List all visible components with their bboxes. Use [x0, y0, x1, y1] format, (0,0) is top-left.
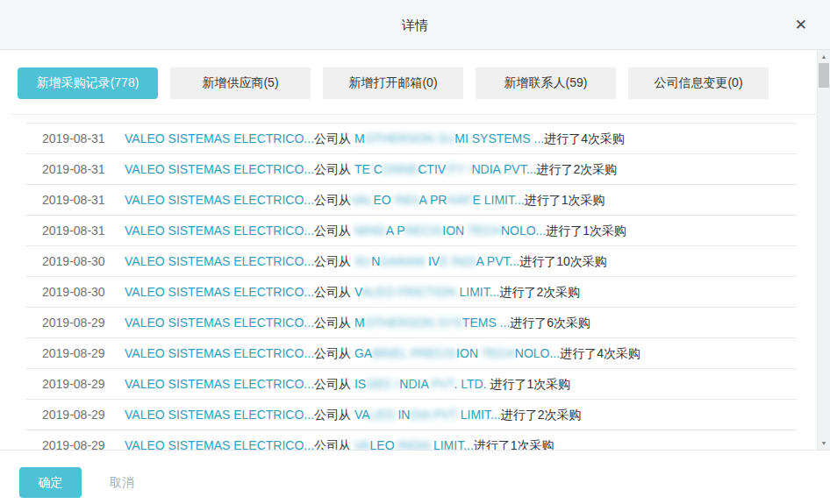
divider-line [11, 114, 816, 115]
table-row: 2019-08-29VALEO SISTEMAS ELECTRICO...公司从… [26, 400, 797, 430]
details-modal: 详情 ✕ 新增采购记录(778)新增供应商(5)新增打开邮箱(0)新增联系人(5… [0, 0, 830, 504]
scroll-up-icon[interactable]: ▲ [818, 50, 830, 63]
table-row: 2019-08-29VALEO SISTEMAS ELECTRICO...公司从… [26, 430, 797, 450]
supplier-link[interactable]: VALEO INDIA PVT LIMIT... [354, 408, 501, 422]
company-link[interactable]: VALEO SISTEMAS ELECTRICO... [125, 285, 314, 299]
records-table: 2019-08-31VALEO SISTEMAS ELECTRICO...公司从… [26, 123, 797, 450]
record-action-text: 进行了4次采购 [544, 131, 625, 146]
record-mid-text: 公司从 [314, 408, 354, 422]
record-action-text: 进行了10次采购 [519, 254, 607, 268]
table-row: 2019-08-31VALEO SISTEMAS ELECTRICO...公司从… [26, 216, 797, 246]
record-date: 2019-08-29 [26, 430, 125, 450]
close-icon[interactable]: ✕ [795, 18, 807, 32]
record-date: 2019-08-31 [26, 185, 125, 216]
table-row: 2019-08-29VALEO SISTEMAS ELECTRICO...公司从… [26, 338, 797, 369]
record-mid-text: 公司从 [314, 346, 354, 360]
supplier-link[interactable]: VALEO INDIA PRIVATE LIMIT... [351, 193, 525, 207]
scroll-down-icon[interactable]: ▼ [818, 437, 830, 450]
supplier-link[interactable]: MINDA PRECISION TECHNOLO... [354, 224, 546, 238]
record-mid-text: 公司从 [314, 131, 354, 146]
record-action-text: 进行了2次采购 [536, 162, 617, 176]
tab[interactable]: 新增供应商(5) [170, 67, 311, 99]
record-date: 2019-08-29 [26, 338, 125, 369]
company-link[interactable]: VALEO SISTEMAS ELECTRICO... [125, 377, 314, 391]
record-date: 2019-08-30 [26, 277, 125, 308]
company-link[interactable]: VALEO SISTEMAS ELECTRICO... [125, 408, 314, 422]
record-date: 2019-08-29 [26, 308, 125, 338]
record-action-text: 进行了4次采购 [560, 346, 640, 360]
record-date: 2019-08-29 [26, 400, 125, 430]
confirm-button[interactable]: 确定 [19, 467, 82, 498]
supplier-link[interactable]: SUNDARAM IVE INDIA PVT... [354, 254, 519, 268]
record-action-text: 进行了6次采购 [510, 316, 590, 330]
tab[interactable]: 公司信息变更(0) [628, 67, 769, 99]
table-row: 2019-08-30VALEO SISTEMAS ELECTRICO...公司从… [26, 246, 797, 277]
table-row: 2019-08-31VALEO SISTEMAS ELECTRICO...公司从… [26, 124, 797, 154]
modal-header: 详情 ✕ [0, 0, 830, 50]
supplier-link[interactable]: MOTHERSON SYSTEMS ... [354, 316, 510, 330]
table-row: 2019-08-29VALEO SISTEMAS ELECTRICO...公司从… [26, 308, 797, 338]
company-link[interactable]: VALEO SISTEMAS ELECTRICO... [125, 316, 314, 330]
cancel-button[interactable]: 取消 [110, 467, 134, 498]
company-link[interactable]: VALEO SISTEMAS ELECTRICO... [125, 193, 314, 207]
supplier-link[interactable]: VALEO INDIA LIMIT... [354, 438, 474, 450]
record-date: 2019-08-31 [26, 154, 125, 185]
record-action-text: 进行了2次采购 [501, 408, 582, 422]
scrollbar-thumb[interactable] [819, 63, 829, 88]
tab[interactable]: 新增打开邮箱(0) [323, 67, 463, 99]
record-action-text: 进行了1次采购 [525, 193, 605, 207]
record-action-text: 进行了1次采购 [490, 377, 571, 391]
tab[interactable]: 新增采购记录(778) [18, 67, 158, 99]
record-date: 2019-08-31 [26, 124, 125, 154]
record-date: 2019-08-31 [26, 216, 125, 246]
scrollbar[interactable]: ▲ ▼ [817, 50, 830, 450]
table-row: 2019-08-31VALEO SISTEMAS ELECTRICO...公司从… [26, 154, 797, 185]
record-date: 2019-08-29 [26, 369, 125, 400]
record-mid-text: 公司从 [314, 193, 351, 207]
record-mid-text: 公司从 [314, 224, 354, 238]
supplier-link[interactable]: VALEO FRICTION LIMIT... [354, 285, 499, 299]
tab-bar: 新增采购记录(778)新增供应商(5)新增打开邮箱(0)新增联系人(59)公司信… [18, 67, 769, 99]
record-mid-text: 公司从 [314, 377, 354, 391]
company-link[interactable]: VALEO SISTEMAS ELECTRICO... [125, 162, 314, 176]
company-link[interactable]: VALEO SISTEMAS ELECTRICO... [125, 438, 314, 450]
supplier-link[interactable]: MOTHERSON SUMI SYSTEMS ... [354, 131, 544, 146]
record-action-text: 进行了2次采购 [499, 285, 580, 299]
table-row: 2019-08-30VALEO SISTEMAS ELECTRICO...公司从… [26, 277, 797, 308]
company-link[interactable]: VALEO SISTEMAS ELECTRICO... [125, 131, 314, 146]
record-mid-text: 公司从 [314, 316, 354, 330]
tab[interactable]: 新增联系人(59) [476, 67, 616, 99]
supplier-link[interactable]: GABRIEL PRECISION TECHNOLO... [354, 346, 560, 360]
record-mid-text: 公司从 [314, 162, 354, 176]
record-mid-text: 公司从 [314, 438, 354, 450]
company-link[interactable]: VALEO SISTEMAS ELECTRICO... [125, 254, 314, 268]
record-action-text: 进行了1次采购 [546, 224, 626, 238]
record-date: 2019-08-30 [26, 246, 125, 277]
supplier-link[interactable]: ISGEC INDIA PVT. LTD. [354, 377, 490, 391]
record-mid-text: 公司从 [314, 285, 354, 299]
table-row: 2019-08-31VALEO SISTEMAS ELECTRICO...公司从… [26, 185, 797, 216]
record-mid-text: 公司从 [314, 254, 354, 268]
supplier-link[interactable]: TE CONNECTIVITY INDIA PVT... [354, 162, 536, 176]
company-link[interactable]: VALEO SISTEMAS ELECTRICO... [125, 224, 314, 238]
table-row: 2019-08-29VALEO SISTEMAS ELECTRICO...公司从… [26, 369, 797, 400]
record-action-text: 进行了1次采购 [474, 438, 555, 450]
modal-title: 详情 [0, 0, 830, 50]
company-link[interactable]: VALEO SISTEMAS ELECTRICO... [125, 346, 314, 360]
modal-footer: 确定 取消 [0, 450, 830, 504]
